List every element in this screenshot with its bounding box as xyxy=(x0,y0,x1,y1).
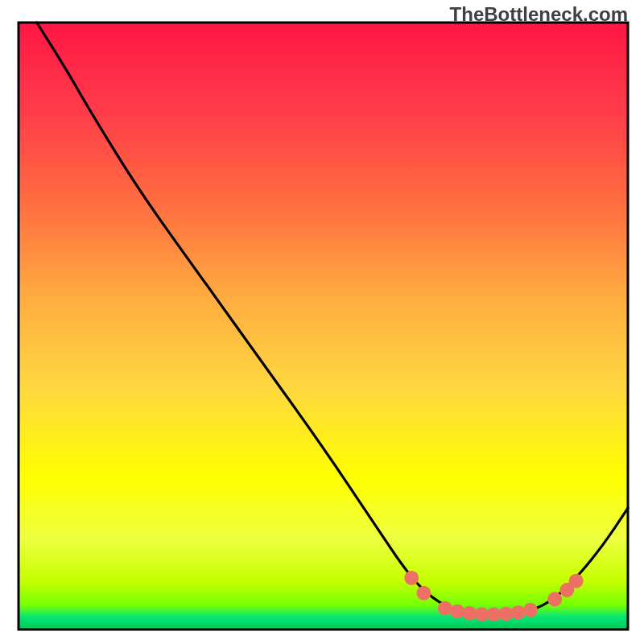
data-marker xyxy=(569,574,584,588)
watermark-text: TheBottleneck.com xyxy=(450,3,628,26)
data-marker xyxy=(404,571,419,585)
chart-container: TheBottleneck.com xyxy=(0,0,644,644)
data-marker xyxy=(511,605,526,620)
data-marker xyxy=(416,586,431,601)
data-marker xyxy=(438,601,452,616)
bottleneck-chart xyxy=(0,0,644,644)
gradient-background xyxy=(19,23,628,630)
data-marker xyxy=(450,604,464,618)
data-marker xyxy=(547,592,562,606)
data-marker xyxy=(523,603,538,617)
